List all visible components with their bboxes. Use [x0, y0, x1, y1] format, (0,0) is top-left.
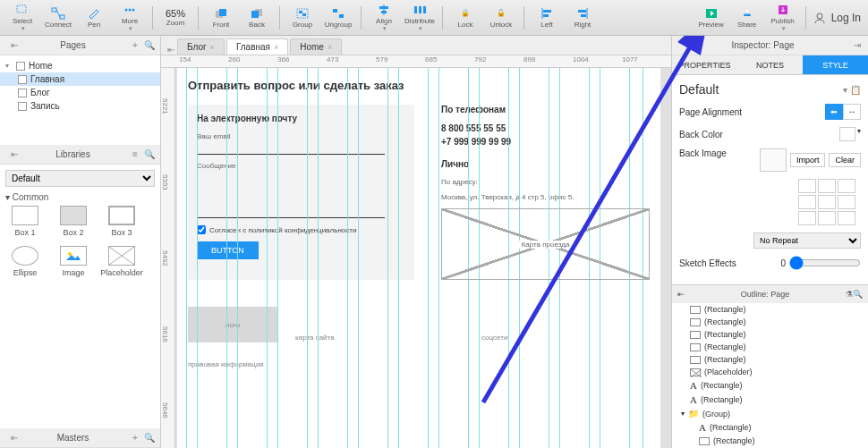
add-page-icon[interactable]: + [130, 40, 140, 51]
svg-rect-11 [299, 11, 302, 13]
search-icon[interactable]: 🔍 [853, 290, 863, 299]
page-heading: Отправить вопрос или сделать заказ [188, 79, 650, 92]
align-button[interactable]: Align [369, 2, 399, 34]
back-button[interactable]: Back [242, 2, 272, 34]
message-label: Сообщение [197, 162, 405, 170]
close-icon[interactable]: × [274, 43, 278, 52]
lock-button[interactable]: 🔒Lock [450, 2, 481, 34]
pen-tool[interactable]: Pen [79, 2, 109, 34]
lib-item-box3[interactable]: Box 3 [102, 206, 141, 237]
login-button[interactable]: Log In [813, 12, 861, 24]
repeat-select[interactable]: No Repeat [753, 232, 861, 249]
tab-notes[interactable]: NOTES [737, 55, 803, 74]
unlock-button[interactable]: 🔓Unlock [486, 2, 516, 34]
libraries-body: Default ▾ Common Box 1 Box 2 Box 3 Ellip… [0, 165, 160, 283]
inspector-body: Default▾ 📋 Page Alignment ⬅ ↔ Back Color… [672, 75, 868, 284]
collapse-icon[interactable]: ⇤ [677, 290, 685, 299]
outline-item[interactable]: (Rectangle) [672, 353, 868, 366]
connect-tool[interactable]: Connect [43, 2, 73, 34]
library-select[interactable]: Default [5, 170, 155, 187]
distribute-button[interactable]: Distribute [404, 2, 435, 34]
close-icon[interactable]: × [210, 43, 215, 52]
lib-item-ellipse[interactable]: Ellipse [5, 246, 45, 277]
person-section-title: Лично [441, 159, 650, 169]
preview-button[interactable]: Preview [696, 2, 727, 34]
tab-home[interactable]: Home× [290, 38, 342, 55]
search-icon[interactable]: 🔍 [144, 40, 155, 51]
lib-item-image[interactable]: Image [54, 246, 93, 277]
logo-placeholder: лого [188, 307, 277, 342]
outline-item[interactable]: (Rectangle) [672, 328, 868, 341]
style-name: Default▾ 📋 [679, 82, 861, 97]
inspector-header: Inspector: Page ⇥ [672, 36, 868, 55]
search-icon[interactable]: 🔍 [144, 149, 155, 160]
sketch-label: Sketch Effects [679, 258, 736, 268]
sketch-slider[interactable] [789, 256, 861, 270]
more-tool[interactable]: More [115, 2, 145, 34]
outline-item[interactable]: (Rectangle) [672, 435, 868, 447]
outline-item[interactable]: A(Rectangle) [672, 393, 868, 407]
sketch-value: 0 [780, 258, 786, 268]
search-icon[interactable]: 🔍 [144, 433, 155, 444]
select-tool[interactable]: Select [7, 2, 38, 34]
outline-item[interactable]: (Placeholder) [672, 366, 868, 378]
outline-item[interactable]: (Rectangle) [672, 316, 868, 328]
collapse-icon[interactable]: ⇥ [852, 40, 863, 51]
phone-1: 8 800 555 55 55 [441, 123, 650, 133]
outline-item[interactable]: A(Rectangle) [672, 420, 868, 435]
tabs-collapse-icon[interactable]: ⇤ [165, 45, 177, 55]
clear-button[interactable]: Clear [829, 153, 861, 167]
lib-item-box2[interactable]: Box 2 [54, 206, 93, 237]
align-left-btn[interactable]: ⬅ [825, 104, 843, 120]
collapse-icon[interactable]: ⇤ [9, 149, 20, 160]
left-sidebar: ⇤ Pages + 🔍 ▾Home Главная Блог Запись ⇤ … [0, 36, 161, 448]
page-tree-root[interactable]: ▾Home [0, 59, 160, 72]
svg-rect-26 [581, 14, 586, 17]
ruler-horizontal: 15426036647357968579289810041077 [161, 55, 671, 68]
image-preview[interactable] [760, 148, 787, 172]
zoom-control[interactable]: 65%Zoom [160, 2, 191, 34]
add-icon[interactable]: + [130, 433, 140, 444]
share-button[interactable]: Share [732, 2, 762, 34]
tab-main[interactable]: Главная× [226, 38, 288, 55]
social-text: соцсети [481, 307, 650, 368]
outline-item[interactable]: A(Rectangle) [672, 378, 868, 393]
outline-item[interactable]: (Rectangle) [672, 341, 868, 353]
outline-group[interactable]: ▾📁(Group) [672, 407, 868, 420]
sitemap-text: карта сайта [295, 307, 464, 368]
align-center-btn[interactable]: ↔ [843, 104, 861, 120]
group-button[interactable]: Group [287, 2, 318, 34]
lib-item-placeholder[interactable]: Placeholder [102, 246, 141, 277]
svg-rect-19 [419, 6, 421, 13]
import-button[interactable]: Import [790, 153, 826, 167]
list-icon[interactable]: ≡ [130, 149, 140, 160]
outline-panel: ⇤ Outline: Page ⚗ 🔍 (Rectangle) (Rectang… [672, 284, 868, 448]
page-tree-item[interactable]: Запись [0, 99, 160, 113]
publish-button[interactable]: Publish [768, 2, 798, 34]
submit-button[interactable]: BUTTON [197, 241, 259, 259]
design-canvas[interactable]: Отправить вопрос или сделать заказ На эл… [177, 68, 660, 448]
filter-icon[interactable]: ⚗ [846, 290, 853, 299]
align-right-button[interactable]: Right [567, 2, 598, 34]
page-tree-item[interactable]: Блог [0, 86, 160, 99]
close-icon[interactable]: × [328, 43, 332, 52]
front-button[interactable]: Front [206, 2, 236, 34]
outline-item[interactable]: (Rectangle) [672, 303, 868, 316]
lib-item-box1[interactable]: Box 1 [5, 206, 45, 237]
tab-blog[interactable]: Блог× [177, 38, 225, 55]
collapse-icon[interactable]: ⇤ [9, 40, 20, 51]
collapse-icon[interactable]: ⇤ [9, 433, 20, 444]
align-left-button[interactable]: Left [532, 2, 562, 34]
color-swatch[interactable] [839, 127, 855, 141]
svg-rect-1 [52, 8, 56, 12]
position-grid[interactable] [798, 179, 861, 225]
library-category[interactable]: ▾ Common [5, 192, 155, 202]
main-toolbar: Select Connect Pen More 65%Zoom Front Ba… [0, 0, 868, 36]
tab-properties[interactable]: PROPERTIES [672, 55, 737, 74]
tab-style[interactable]: STYLE [803, 55, 868, 74]
page-tree-item[interactable]: Главная [0, 72, 160, 86]
consent-checkbox[interactable]: Согласен с политикой конфиденциальности [197, 225, 405, 234]
ungroup-button[interactable]: Ungroup [323, 2, 353, 34]
svg-point-30 [68, 252, 72, 256]
address-label: По адресу: [441, 178, 650, 186]
